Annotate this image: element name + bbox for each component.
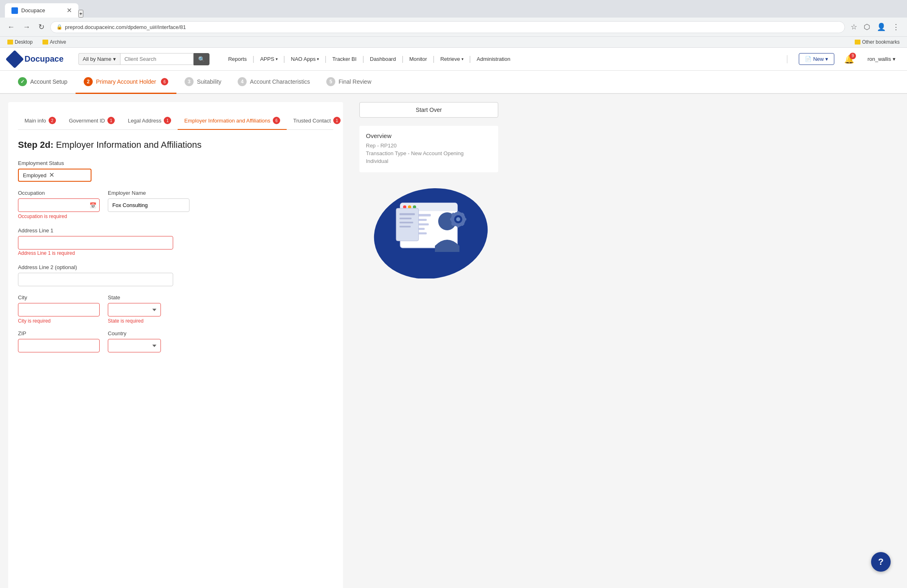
wizard-step-1[interactable]: ✓ Account Setup bbox=[10, 71, 76, 94]
state-field-group: State State is required bbox=[108, 294, 161, 324]
employment-status-remove-button[interactable]: ✕ bbox=[49, 172, 54, 178]
search-dropdown[interactable]: All by Name ▾ bbox=[78, 53, 120, 65]
country-field-group: Country bbox=[108, 330, 161, 352]
step-1-circle: ✓ bbox=[18, 77, 27, 86]
step-3-label: Suitability bbox=[197, 78, 221, 85]
nav-monitor[interactable]: Monitor bbox=[405, 53, 431, 65]
nao-dropdown-arrow: ▾ bbox=[317, 57, 319, 61]
address-line2-input[interactable] bbox=[18, 273, 173, 286]
apps-dropdown-arrow: ▾ bbox=[276, 57, 278, 61]
tab-favicon bbox=[11, 7, 18, 14]
sidebar: Start Over Overview Rep - RP120 Transact… bbox=[351, 94, 506, 588]
back-button[interactable]: ← bbox=[5, 21, 17, 33]
step-3-circle: 3 bbox=[185, 77, 194, 86]
bookmark-other[interactable]: Other bookmarks bbox=[852, 38, 902, 46]
employer-name-input[interactable] bbox=[108, 198, 189, 212]
nav-administration[interactable]: Administration bbox=[472, 53, 514, 65]
nav-dashboard[interactable]: Dashboard bbox=[366, 53, 400, 65]
sub-tab-main-info[interactable]: Main info 2 bbox=[18, 112, 62, 130]
bookmark-archive[interactable]: Archive bbox=[40, 38, 69, 46]
nav-nao-apps[interactable]: NAO Apps ▾ bbox=[287, 53, 323, 65]
sub-tab-government-id[interactable]: Government ID 1 bbox=[62, 112, 121, 130]
sub-tab-trusted-contact-label: Trusted Contact bbox=[293, 118, 331, 124]
extensions-button[interactable]: ⬡ bbox=[861, 21, 873, 33]
bookmark-star-button[interactable]: ☆ bbox=[848, 21, 860, 33]
address-line2-label: Address Line 2 (optional) bbox=[18, 264, 333, 270]
transaction-detail: Transaction Type - New Account Opening bbox=[366, 150, 492, 156]
employer-name-field-group: Employer Name bbox=[108, 190, 189, 212]
new-button[interactable]: 📄 New ▾ bbox=[799, 53, 834, 65]
search-area: All by Name ▾ 🔍 bbox=[78, 53, 209, 65]
occupation-field-group: Occupation 📅 Occupation is required bbox=[18, 190, 100, 219]
address-line1-section: Address Line 1 Address Line 1 is require… bbox=[18, 227, 333, 256]
help-icon: ? bbox=[878, 557, 883, 567]
occupation-input[interactable] bbox=[18, 198, 100, 212]
help-button[interactable]: ? bbox=[871, 552, 891, 572]
menu-button[interactable]: ⋮ bbox=[890, 21, 902, 33]
user-label: ron_wallis bbox=[867, 56, 891, 62]
folder-icon bbox=[42, 40, 48, 45]
city-label: City bbox=[18, 294, 100, 301]
toolbar-actions: ☆ ⬡ 👤 ⋮ bbox=[848, 21, 902, 33]
logo-diamond-icon bbox=[5, 50, 24, 68]
forward-button[interactable]: → bbox=[20, 21, 33, 33]
sub-tab-trusted-contact-badge: 1 bbox=[333, 117, 341, 124]
logo-area: Docupace bbox=[8, 53, 64, 66]
state-error: State is required bbox=[108, 318, 161, 324]
address-line1-input[interactable] bbox=[18, 236, 173, 249]
country-select[interactable] bbox=[108, 339, 161, 352]
nav-retrieve[interactable]: Retrieve ▾ bbox=[436, 53, 467, 65]
state-label: State bbox=[108, 294, 161, 301]
city-input[interactable] bbox=[18, 303, 100, 316]
user-menu-button[interactable]: ron_wallis ▾ bbox=[864, 54, 899, 64]
illustration-container bbox=[359, 180, 498, 278]
occupation-error: Occupation is required bbox=[18, 214, 100, 219]
nav-reports[interactable]: Reports bbox=[224, 53, 251, 65]
tab-title: Docupace bbox=[21, 7, 45, 13]
browser-chrome: Docupace ✕ + bbox=[0, 0, 907, 18]
step-2-circle: 2 bbox=[84, 77, 93, 86]
start-over-button[interactable]: Start Over bbox=[359, 102, 498, 118]
step-1-label: Account Setup bbox=[30, 78, 67, 85]
reload-button[interactable]: ↻ bbox=[36, 21, 47, 33]
wizard-step-3[interactable]: 3 Suitability bbox=[176, 71, 230, 94]
svg-rect-16 bbox=[399, 226, 411, 227]
svg-rect-22 bbox=[457, 224, 459, 227]
search-button[interactable]: 🔍 bbox=[194, 53, 209, 65]
logo-text: Docupace bbox=[25, 54, 64, 64]
wizard-step-2[interactable]: 2 Primary Account Holder 6 bbox=[76, 71, 176, 94]
search-input[interactable] bbox=[120, 53, 194, 65]
sub-tab-employer-info-badge: 6 bbox=[273, 117, 280, 124]
rep-detail: Rep - RP120 bbox=[366, 143, 492, 149]
nav-apps[interactable]: APPS ▾ bbox=[256, 53, 282, 65]
bookmark-desktop[interactable]: Desktop bbox=[5, 38, 35, 46]
zip-input[interactable] bbox=[18, 339, 100, 352]
tab-close-button[interactable]: ✕ bbox=[67, 7, 72, 14]
profile-button[interactable]: 👤 bbox=[874, 21, 888, 33]
active-tab[interactable]: Docupace ✕ bbox=[5, 3, 78, 18]
overview-card: Overview Rep - RP120 Transaction Type - … bbox=[359, 126, 498, 172]
browser-toolbar: ← → ↻ 🔒 preprod.docupaceinc.com/dpdemo_u… bbox=[0, 18, 907, 37]
sub-tab-employer-info[interactable]: Employer Information and Affiliations 6 bbox=[178, 112, 287, 130]
sub-tab-trusted-contact[interactable]: Trusted Contact 1 bbox=[287, 112, 347, 130]
step-label: Step 2d: bbox=[18, 140, 53, 150]
form-panel: Main info 2 Government ID 1 Legal Addres… bbox=[8, 102, 343, 588]
sidebar-illustration bbox=[368, 180, 490, 278]
sub-tab-main-info-badge: 2 bbox=[49, 117, 56, 124]
nav-tracker-bi[interactable]: Tracker BI bbox=[328, 53, 361, 65]
zip-field-group: ZIP bbox=[18, 330, 100, 352]
nav-links: Reports | APPS ▾ | NAO Apps ▾ | Tracker … bbox=[224, 53, 515, 65]
employment-status-input[interactable]: Employed ✕ bbox=[18, 169, 91, 182]
folder-icon bbox=[7, 40, 13, 45]
new-tab-button[interactable]: + bbox=[78, 10, 83, 18]
notification-button[interactable]: 🔔 9 bbox=[842, 53, 856, 66]
address-bar[interactable]: 🔒 preprod.docupaceinc.com/dpdemo_ui#/int… bbox=[50, 21, 845, 33]
account-type-detail: Individual bbox=[366, 158, 492, 164]
wizard-step-4[interactable]: 4 Account Characteristics bbox=[230, 71, 318, 94]
state-select[interactable] bbox=[108, 303, 161, 316]
svg-rect-14 bbox=[399, 218, 412, 219]
bookmark-label: Archive bbox=[50, 39, 66, 45]
sub-tab-legal-address[interactable]: Legal Address 1 bbox=[121, 112, 178, 130]
wizard-step-5[interactable]: 5 Final Review bbox=[318, 71, 379, 94]
occupation-employer-row: Occupation 📅 Occupation is required Empl… bbox=[18, 190, 333, 219]
